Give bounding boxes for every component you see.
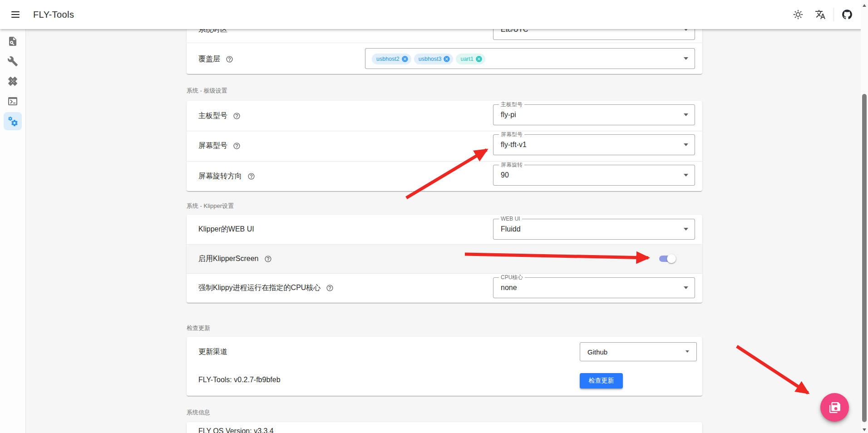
flytools-version-text: FLY-Tools: v0.2.7-fb9bfeb bbox=[198, 376, 281, 384]
screen-label-text: 屏幕型号 bbox=[198, 141, 227, 151]
rotation-select[interactable]: 屏幕旋转 90 bbox=[493, 165, 695, 186]
chip-close-icon[interactable] bbox=[443, 55, 450, 63]
row-divider bbox=[187, 273, 702, 274]
toggle-thumb bbox=[667, 254, 676, 263]
check-update-button[interactable]: 检查更新 bbox=[580, 373, 623, 389]
card-sysinfo: FLY OS Version: v3.3.4 bbox=[187, 422, 702, 433]
dropdown-caret-icon bbox=[684, 228, 688, 231]
help-icon[interactable] bbox=[226, 55, 233, 63]
overlay-select[interactable]: usbhost2 usbhost3 uart1 bbox=[365, 48, 695, 69]
channel-label-text: 更新渠道 bbox=[198, 347, 227, 357]
overlay-row-label: 覆盖层 bbox=[198, 54, 233, 64]
section-label-board: 系统 - 板级设置 bbox=[187, 87, 227, 95]
card-update: 更新渠道 Github FLY-Tools: v0.2.7-fb9bfeb 检查… bbox=[187, 337, 702, 396]
row-divider bbox=[187, 131, 702, 131]
webui-select[interactable]: WEB UI Fluidd bbox=[493, 219, 695, 240]
chip-text: usbhost3 bbox=[419, 56, 442, 62]
sidebar-item-file-search[interactable] bbox=[4, 32, 22, 50]
appbar-divider bbox=[833, 8, 834, 21]
section-label-klipper: 系统 - Klipper设置 bbox=[187, 202, 234, 210]
webui-label-text: Klipper的WEB UI bbox=[198, 225, 254, 234]
scrollbar-thumb[interactable] bbox=[862, 94, 867, 422]
menu-button[interactable] bbox=[6, 5, 25, 24]
section-label-update: 检查更新 bbox=[187, 324, 210, 332]
theme-brightness-icon bbox=[793, 9, 804, 20]
section-label-sysinfo: 系统信息 bbox=[187, 408, 210, 417]
wrench-icon bbox=[7, 56, 18, 67]
mainboard-row-label: 主板型号 bbox=[198, 111, 241, 121]
sidebar-item-terminal[interactable] bbox=[4, 92, 22, 110]
channel-row-label: 更新渠道 bbox=[198, 347, 227, 357]
webui-value: Fluidd bbox=[501, 219, 521, 239]
scrollbar-down-arrow-icon[interactable] bbox=[863, 428, 866, 431]
sidebar-item-tools[interactable] bbox=[4, 52, 22, 70]
file-search-icon bbox=[7, 36, 18, 47]
screen-row-label: 屏幕型号 bbox=[198, 141, 241, 151]
chip-text: usbhost2 bbox=[376, 56, 399, 62]
mainboard-label-text: 主板型号 bbox=[198, 111, 227, 121]
overlay-label-text: 覆盖层 bbox=[198, 54, 220, 64]
cpu-select[interactable]: CPU核心 none bbox=[493, 277, 695, 298]
translate-button[interactable] bbox=[811, 5, 829, 24]
help-icon[interactable] bbox=[233, 112, 241, 120]
card-klipper-settings: Klipper的WEB UI WEB UI Fluidd 启用KlipperSc… bbox=[187, 215, 702, 303]
overlay-chip[interactable]: uart1 bbox=[456, 54, 485, 64]
translate-icon bbox=[815, 9, 826, 20]
os-version-text: FLY OS Version: v3.3.4 bbox=[198, 427, 274, 433]
rotation-value: 90 bbox=[501, 165, 509, 185]
bandage-icon bbox=[7, 76, 18, 87]
sidebar-item-patches[interactable] bbox=[4, 72, 22, 90]
sidebar-item-settings[interactable] bbox=[4, 112, 22, 130]
cpu-label-text: 强制Klippy进程运行在指定的CPU核心 bbox=[198, 283, 321, 293]
dropdown-caret-icon bbox=[684, 286, 688, 289]
help-icon[interactable] bbox=[247, 172, 255, 180]
overlay-chips: usbhost2 usbhost3 uart1 bbox=[372, 54, 485, 64]
help-icon[interactable] bbox=[326, 284, 334, 292]
dropdown-caret-icon bbox=[684, 57, 688, 60]
row-divider bbox=[187, 43, 702, 43]
mainboard-value: fly-pi bbox=[501, 105, 516, 125]
console-icon bbox=[7, 96, 18, 107]
card-board-settings: 主板型号 主板型号 fly-pi 屏幕型号 屏幕型号 fly-tft-v1 屏幕… bbox=[187, 101, 702, 191]
dropdown-caret-icon bbox=[684, 143, 688, 146]
arrow-to-save-fab bbox=[737, 346, 808, 393]
help-icon[interactable] bbox=[233, 142, 241, 150]
channel-value: Github bbox=[587, 343, 607, 361]
row-divider bbox=[187, 161, 702, 162]
sidebar-nav bbox=[0, 29, 26, 433]
rotation-label-text: 屏幕旋转方向 bbox=[198, 172, 242, 181]
mainboard-select[interactable]: 主板型号 fly-pi bbox=[493, 104, 695, 125]
help-icon[interactable] bbox=[264, 255, 272, 263]
webui-row-label: Klipper的WEB UI bbox=[198, 224, 254, 234]
chip-close-icon[interactable] bbox=[475, 55, 483, 63]
theme-toggle-button[interactable] bbox=[789, 5, 807, 24]
klipperscreen-toggle[interactable] bbox=[659, 256, 676, 262]
cpu-row-label: 强制Klippy进程运行在指定的CPU核心 bbox=[198, 283, 334, 293]
save-all-icon bbox=[829, 402, 841, 413]
screen-value: fly-tft-v1 bbox=[501, 135, 527, 155]
save-fab-button[interactable] bbox=[820, 393, 849, 422]
github-icon bbox=[841, 9, 853, 20]
scrollbar-up-arrow-icon[interactable] bbox=[863, 4, 866, 7]
screen-select[interactable]: 屏幕型号 fly-tft-v1 bbox=[493, 134, 695, 155]
scrollbar bbox=[861, 0, 868, 433]
dropdown-caret-icon bbox=[684, 113, 688, 116]
dropdown-caret-icon bbox=[686, 350, 689, 353]
github-button[interactable] bbox=[838, 5, 856, 24]
chip-close-icon[interactable] bbox=[401, 55, 409, 63]
klipperscreen-row-label: 启用KlipperScreen bbox=[198, 254, 272, 264]
chip-text: uart1 bbox=[460, 56, 473, 62]
cpu-value: none bbox=[501, 278, 517, 298]
appbar-actions bbox=[789, 0, 856, 29]
overlay-chip[interactable]: usbhost2 bbox=[372, 54, 411, 64]
rotation-row-label: 屏幕旋转方向 bbox=[198, 171, 255, 181]
app-title: FLY-Tools bbox=[33, 10, 74, 20]
update-channel-select[interactable]: Github bbox=[580, 342, 697, 361]
klipperscreen-label-text: 启用KlipperScreen bbox=[198, 254, 259, 264]
dropdown-caret-icon bbox=[684, 174, 688, 177]
gears-icon bbox=[7, 116, 18, 127]
app-bar: FLY-Tools bbox=[0, 0, 868, 29]
overlay-chip[interactable]: usbhost3 bbox=[414, 54, 454, 64]
